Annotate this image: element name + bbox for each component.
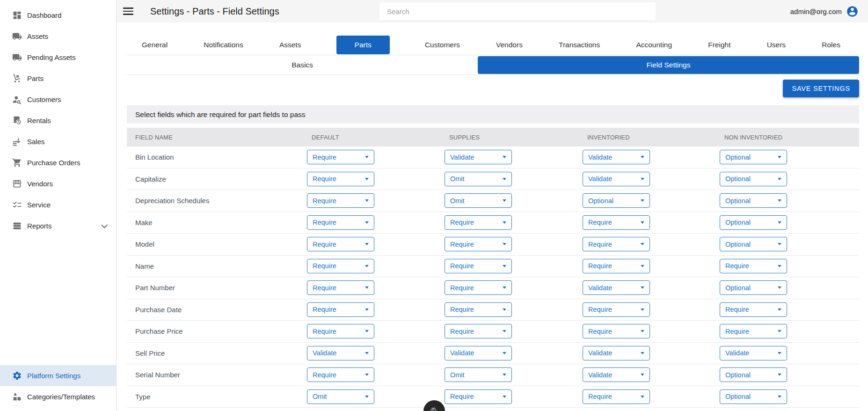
select-default[interactable]: Require <box>307 172 374 186</box>
select-value: Require <box>725 328 749 335</box>
select-supplies[interactable]: Require <box>445 324 512 338</box>
select-supplies[interactable]: Omit <box>445 367 512 382</box>
select-non-inventoried[interactable]: Require <box>720 259 787 273</box>
sidebar-item-pending-assets[interactable]: Pending Assets <box>0 47 116 68</box>
select-supplies[interactable]: Require <box>445 237 512 251</box>
select-inventoried[interactable]: Validate <box>583 346 650 360</box>
tab-transactions[interactable]: Transactions <box>558 36 601 54</box>
sidebar-item-label: Purchase Orders <box>27 159 80 167</box>
tab-notifications[interactable]: Notifications <box>203 36 244 54</box>
tab-users[interactable]: Users <box>766 36 787 54</box>
select-inventoried[interactable]: Require <box>583 259 650 273</box>
select-value: Require <box>725 262 749 270</box>
sidebar-item-sales[interactable]: Sales <box>0 131 116 152</box>
select-default[interactable]: Require <box>307 324 374 338</box>
select-value: Optional <box>725 197 751 205</box>
select-supplies[interactable]: Require <box>445 280 512 295</box>
tab-roles[interactable]: Roles <box>821 36 841 54</box>
sidebar-item-assets[interactable]: Assets <box>0 26 116 47</box>
select-default[interactable]: Require <box>307 215 374 230</box>
sidebar-item-customers[interactable]: Customers <box>0 89 116 110</box>
select-inventoried[interactable]: Require <box>583 215 650 230</box>
select-default[interactable]: Require <box>307 193 374 208</box>
select-inventoried[interactable]: Validate <box>583 150 650 164</box>
tab-general[interactable]: General <box>141 36 168 54</box>
sidebar-item-service[interactable]: Service <box>0 194 116 215</box>
select-supplies[interactable]: Omit <box>445 193 512 208</box>
select-non-inventoried[interactable]: Optional <box>720 237 787 251</box>
select-default[interactable]: Require <box>307 280 374 295</box>
select-inventoried[interactable]: Require <box>583 237 650 251</box>
select-value: Require <box>450 284 474 292</box>
sidebar-item-dashboard[interactable]: Dashboard <box>0 5 116 26</box>
select-non-inventoried[interactable]: Optional <box>720 367 787 382</box>
select-inventoried[interactable]: Validate <box>583 172 650 186</box>
select-non-inventoried[interactable]: Validate <box>720 346 787 360</box>
field-name: Depreciation Schedules <box>127 197 307 205</box>
table-row: Model Require Require Require Optional <box>127 234 859 256</box>
select-value: Optional <box>725 154 751 161</box>
select-inventoried[interactable]: Optional <box>583 193 650 208</box>
select-non-inventoried[interactable]: Optional <box>720 389 787 404</box>
search-input[interactable] <box>379 2 656 20</box>
chevron-down-icon <box>503 199 506 202</box>
select-supplies[interactable]: Validate <box>445 346 512 360</box>
select-inventoried[interactable]: Require <box>583 302 650 317</box>
sidebar-item-rentals[interactable]: Rentals <box>0 110 116 131</box>
select-supplies[interactable]: Omit <box>445 172 512 186</box>
select-non-inventoried[interactable]: Optional <box>720 150 787 164</box>
select-default[interactable]: Require <box>307 367 374 382</box>
select-inventoried[interactable]: Validate <box>583 280 650 295</box>
chevron-down-icon <box>641 199 644 202</box>
select-default[interactable]: Require <box>307 302 374 317</box>
account-avatar-icon[interactable] <box>846 5 859 18</box>
select-inventoried[interactable]: Require <box>583 324 650 338</box>
chevron-down-icon <box>641 156 644 158</box>
menu-icon[interactable] <box>123 7 133 15</box>
field-name: Capitalize <box>127 175 307 183</box>
select-non-inventoried[interactable]: Optional <box>720 172 787 186</box>
select-supplies[interactable]: Require <box>445 259 512 273</box>
select-non-inventoried[interactable]: Optional <box>720 193 787 208</box>
sidebar-item-vendors[interactable]: Vendors <box>0 173 116 194</box>
select-default[interactable]: Require <box>307 150 374 164</box>
select-value: Require <box>313 197 336 205</box>
select-inventoried[interactable]: Validate <box>583 367 650 382</box>
chevron-down-icon <box>778 178 781 180</box>
select-non-inventoried[interactable]: Optional <box>720 215 787 230</box>
select-default[interactable]: Validate <box>307 346 374 360</box>
save-settings-button[interactable]: SAVE SETTINGS <box>783 80 859 97</box>
select-value: Require <box>313 154 336 161</box>
sidebar-item-categories-templates[interactable]: Categories/Templates <box>0 386 116 407</box>
sidebar-item-purchase-orders[interactable]: Purchase Orders <box>0 152 116 173</box>
sidebar-item-label: Rentals <box>27 117 51 125</box>
select-non-inventoried[interactable]: Optional <box>720 280 787 295</box>
sidebar-item-label: Pending Assets <box>27 53 75 61</box>
select-inventoried[interactable]: Require <box>583 389 650 404</box>
tab-vendors[interactable]: Vendors <box>495 36 524 54</box>
subtab-basics[interactable]: Basics <box>127 61 478 69</box>
select-non-inventoried[interactable]: Require <box>720 324 787 338</box>
select-default[interactable]: Omit <box>307 389 374 404</box>
tab-assets[interactable]: Assets <box>278 36 302 54</box>
tab-freight[interactable]: Freight <box>707 36 731 54</box>
sidebar-item-parts[interactable]: Parts <box>0 68 116 89</box>
tab-customers[interactable]: Customers <box>424 36 461 54</box>
select-non-inventoried[interactable]: Require <box>720 302 787 317</box>
tab-parts[interactable]: Parts <box>336 36 390 54</box>
chevron-down-icon <box>778 221 781 224</box>
select-supplies[interactable]: Require <box>445 389 512 404</box>
sidebar-item-platform-settings[interactable]: Platform Settings <box>0 365 116 386</box>
chevron-down-icon <box>641 265 644 267</box>
subtab-field-settings[interactable]: Field Settings <box>478 56 859 74</box>
select-default[interactable]: Require <box>307 237 374 251</box>
tab-accounting[interactable]: Accounting <box>635 36 673 54</box>
select-value: Validate <box>450 154 474 161</box>
save-row: SAVE SETTINGS <box>127 75 859 102</box>
sidebar-item-reports[interactable]: Reports <box>0 215 116 236</box>
select-supplies[interactable]: Require <box>445 302 512 317</box>
select-supplies[interactable]: Validate <box>445 150 512 164</box>
select-value: Require <box>450 328 474 335</box>
select-supplies[interactable]: Require <box>445 215 512 230</box>
select-default[interactable]: Require <box>307 259 374 273</box>
